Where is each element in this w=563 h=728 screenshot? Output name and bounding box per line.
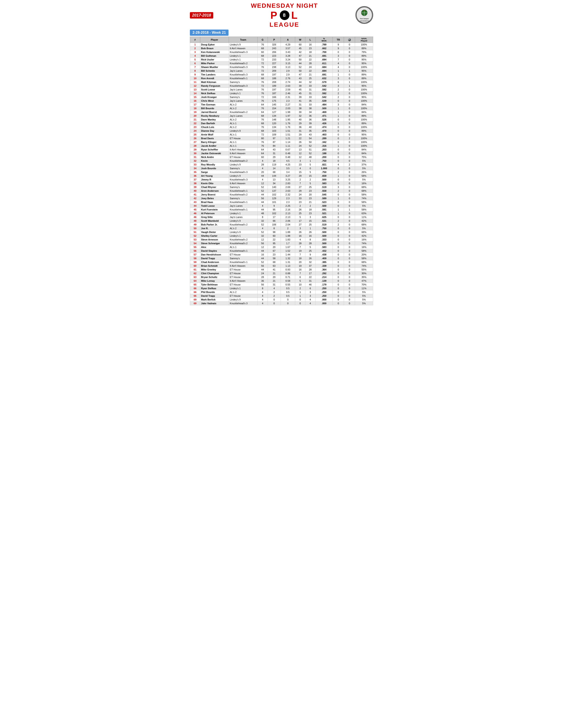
pool-letter-p: P — [270, 9, 278, 21]
cell-value: 4 — [305, 302, 315, 305]
year-badge: 2017-2018 — [190, 12, 213, 19]
table-row: 31Nick AndreET House60290.481248.2000075… — [190, 155, 373, 159]
cell-player: Steve Schneiger — [200, 242, 229, 245]
cell-value: 30% — [355, 272, 373, 275]
cell-value: 3.13 — [280, 65, 295, 69]
cell-value: 4 — [257, 178, 267, 182]
cell-value: 29 — [295, 122, 305, 125]
cell-value: 227 — [267, 62, 280, 65]
cell-pct: .694 — [315, 58, 333, 62]
cell-value: 119 — [267, 163, 280, 167]
cell-value: 76 — [257, 88, 267, 92]
cell-value: 60 — [295, 43, 305, 47]
cell-value: 80 — [257, 137, 267, 140]
cell-value: 68 — [257, 129, 267, 133]
cell-value: 50 — [305, 140, 315, 144]
cell-value: 13 — [267, 178, 280, 182]
cell-player: Chad Anderson — [200, 260, 229, 264]
cell-pct: .342 — [315, 140, 333, 144]
cell-player: Tim Landers — [200, 73, 229, 77]
cell-value: 0 — [344, 189, 355, 193]
cell-value: 0 — [344, 185, 355, 189]
cell-pct: .542 — [315, 95, 333, 99]
cell-value: 46 — [305, 283, 315, 287]
cell-value: 134 — [267, 125, 280, 129]
cell-value: 33 — [305, 95, 315, 99]
cell-value: 3 — [295, 227, 305, 230]
cell-player: Scott Loose — [200, 88, 229, 92]
cell-value: 4.29 — [280, 43, 295, 47]
cell-pct: .289 — [315, 137, 333, 140]
cell-rank: 58 — [190, 257, 200, 260]
cell-pct: .469 — [315, 110, 333, 114]
table-row: 12Randy FergusonKnucklehead's 3721892.63… — [190, 84, 373, 88]
cell-value: 79% — [355, 50, 373, 54]
cell-value: 1 — [333, 114, 344, 118]
cell-value: 154 — [267, 107, 280, 110]
cell-player: Clint Champion — [200, 272, 229, 275]
cell-player: Sarge — [200, 170, 229, 174]
cell-team: ET House — [229, 283, 257, 287]
cell-value: 0 — [344, 122, 355, 125]
cell-team: Lindey's 1 — [229, 234, 257, 238]
cell-rank: 15 — [190, 95, 200, 99]
table-row: 24Dianne DayLindey's 9681031.513135.4700… — [190, 129, 373, 133]
cell-value: 0 — [333, 125, 344, 129]
cell-value: 100% — [355, 88, 373, 92]
cell-rank: 24 — [190, 129, 200, 133]
cell-pct: .438 — [315, 253, 333, 257]
cell-value: 102 — [267, 193, 280, 197]
cell-value: 39 — [295, 95, 305, 99]
cell-value: 76 — [257, 65, 267, 69]
cell-rank: 65 — [190, 283, 200, 287]
cell-value: 56 — [257, 197, 267, 200]
cell-value: 16 — [305, 43, 315, 47]
tom-sawyer-logo: Tom Sawyer AMUSEMENTS — [356, 6, 373, 24]
cell-value: 2 — [333, 88, 344, 92]
table-row: 49Bob Parker Jr.Knucklehead's 2521062.04… — [190, 223, 373, 227]
cell-value: 28 — [295, 242, 305, 245]
cell-value: 76 — [257, 144, 267, 148]
cell-rank: 1 — [190, 43, 200, 47]
cell-value: 15 — [305, 174, 315, 178]
table-row: 53Steve ArnesonKnucklehead's 212221.8348… — [190, 238, 373, 242]
table-row: 13Scott LooseJay's Lanes761972.594531.59… — [190, 88, 373, 92]
cell-value: 0 — [344, 287, 355, 290]
cell-value: 19 — [295, 264, 305, 268]
cell-value: 31 — [295, 129, 305, 133]
cell-value: 25 — [305, 223, 315, 227]
cell-value: 32 — [257, 219, 267, 223]
pool-letter-ol: L — [291, 9, 298, 21]
cell-value: 32 — [295, 114, 305, 118]
cell-value: 3 — [333, 54, 344, 58]
cell-value: 40 — [295, 118, 305, 122]
cell-value: 1 — [333, 107, 344, 110]
cell-pct: .500 — [315, 242, 333, 245]
table-row: 20Rocky NewburyJay's Lanes681341.973236.… — [190, 114, 373, 118]
cell-value: 17 — [267, 215, 280, 219]
cell-value: 0 — [333, 302, 344, 305]
cell-pct: .521 — [315, 212, 333, 215]
cell-value: 1.13 — [280, 264, 295, 268]
table-row: 40Aron AndersonKnucklehead's 1521372.632… — [190, 189, 373, 193]
cell-player: Bob Braun — [200, 47, 229, 50]
cell-value: 0 — [333, 238, 344, 242]
cell-team: Sammy's — [229, 167, 257, 170]
cell-pct: .583 — [315, 182, 333, 185]
table-row: 60Brian SchmidtIt Ain't Heaven56631.1319… — [190, 264, 373, 268]
cell-value: 16 — [257, 253, 267, 257]
cell-team: It Ain't Heaven — [229, 264, 257, 268]
cell-player: Ryan Scheffler — [200, 148, 229, 152]
cell-pct: .250 — [315, 290, 333, 294]
table-header-row: # Player Team G P A W L %WON TR 🎱 %%%Pla… — [190, 37, 373, 43]
cell-team: Knucklehead's 3 — [229, 84, 257, 88]
cell-value: 1 — [344, 80, 355, 84]
cell-value: 4 — [257, 159, 267, 163]
cell-value: 5% — [355, 204, 373, 208]
cell-team: Lindey's 1 — [229, 58, 257, 62]
cell-value: 67 — [267, 249, 280, 253]
cell-value: 47 — [295, 73, 305, 77]
cell-value: 44 — [257, 249, 267, 253]
svg-text:Tom Sawyer: Tom Sawyer — [360, 18, 369, 20]
cell-value: 56 — [257, 242, 267, 245]
